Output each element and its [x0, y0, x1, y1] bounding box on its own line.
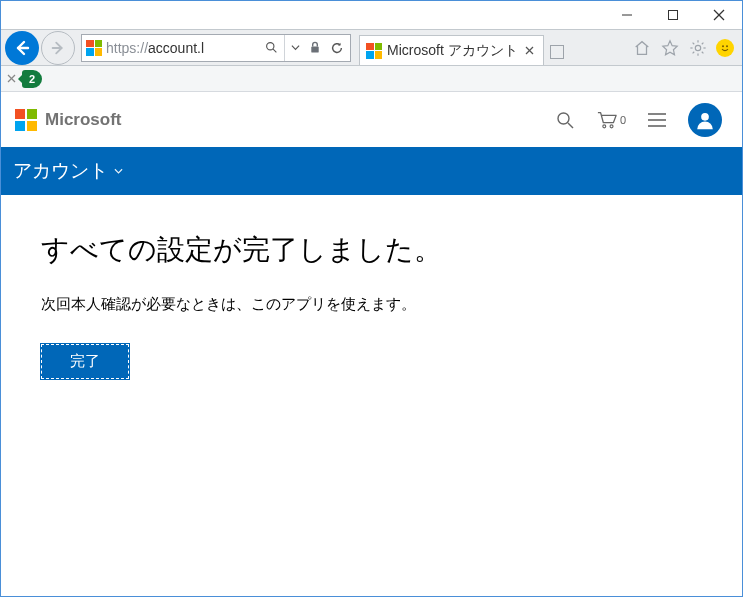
svg-line-19: [702, 42, 704, 44]
done-button[interactable]: 完了: [41, 344, 129, 379]
window-titlebar: [1, 1, 742, 29]
hamburger-menu-icon[interactable]: [646, 109, 668, 131]
chevron-down-icon: [114, 166, 123, 177]
svg-point-27: [610, 124, 613, 127]
section-title: アカウント: [13, 158, 108, 184]
svg-rect-1: [669, 11, 678, 20]
svg-line-18: [693, 51, 695, 53]
svg-point-6: [266, 43, 273, 50]
close-tab-icon[interactable]: [523, 44, 537, 58]
tab-strip: Microsoft アカウント: [359, 30, 630, 65]
cart-button[interactable]: 0: [596, 109, 626, 131]
header-search-icon[interactable]: [554, 109, 576, 131]
avatar[interactable]: [688, 103, 722, 137]
back-button[interactable]: [5, 31, 39, 65]
main-content: すべての設定が完了しました。 次回本人確認が必要なときは、このアプリを使えます。…: [1, 195, 742, 415]
url-text: https://account.l: [106, 40, 258, 56]
page-subtext: 次回本人確認が必要なときは、このアプリを使えます。: [41, 295, 702, 314]
page-headline: すべての設定が完了しました。: [41, 231, 702, 269]
svg-point-26: [603, 124, 606, 127]
forward-button: [41, 31, 75, 65]
svg-point-31: [701, 112, 709, 120]
tab-title: Microsoft アカウント: [387, 42, 518, 60]
svg-point-21: [726, 45, 728, 47]
cart-icon: [596, 109, 618, 131]
svg-point-11: [695, 45, 700, 50]
brand-text: Microsoft: [45, 110, 122, 130]
search-icon[interactable]: [262, 37, 280, 59]
svg-point-24: [558, 113, 569, 124]
svg-line-7: [273, 49, 276, 52]
feedback-smiley-icon[interactable]: [716, 39, 734, 57]
microsoft-logo-icon: [15, 109, 37, 131]
favorites-icon[interactable]: [660, 38, 680, 58]
section-nav[interactable]: アカウント: [1, 147, 742, 195]
lock-icon[interactable]: [306, 37, 324, 59]
svg-line-17: [702, 51, 704, 53]
svg-rect-8: [311, 47, 318, 53]
cart-count: 0: [620, 114, 626, 126]
header-actions: 0: [554, 103, 722, 137]
dropdown-icon[interactable]: [284, 35, 302, 61]
home-icon[interactable]: [632, 38, 652, 58]
minimize-button[interactable]: [604, 1, 650, 29]
page-content: Microsoft 0 アカウント すべての設定が完: [1, 92, 742, 415]
extension-badge[interactable]: 2: [22, 70, 42, 88]
close-toolbar-icon[interactable]: [7, 72, 16, 86]
brand[interactable]: Microsoft: [15, 109, 122, 131]
svg-line-25: [568, 123, 573, 128]
address-bar[interactable]: https://account.l: [81, 34, 351, 62]
svg-line-16: [693, 42, 695, 44]
new-tab-button[interactable]: [550, 45, 564, 59]
svg-point-20: [722, 45, 724, 47]
extension-toolbar: 2: [1, 66, 742, 92]
close-window-button[interactable]: [696, 1, 742, 29]
browser-chrome: https://account.l Microsoft アカウント: [1, 29, 742, 66]
tab-favicon: [366, 43, 382, 59]
browser-right-icons: [632, 38, 738, 58]
site-header: Microsoft 0: [1, 92, 742, 147]
refresh-icon[interactable]: [328, 37, 346, 59]
settings-gear-icon[interactable]: [688, 38, 708, 58]
maximize-button[interactable]: [650, 1, 696, 29]
site-favicon: [86, 40, 102, 56]
browser-tab[interactable]: Microsoft アカウント: [359, 35, 544, 65]
